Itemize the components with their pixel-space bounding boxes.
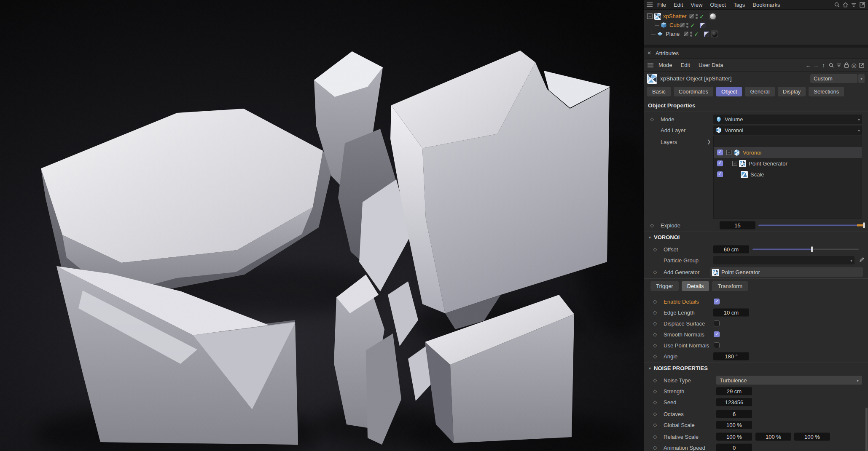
forward-arrow-icon[interactable]: →: [813, 62, 819, 68]
tree-row-scale[interactable]: Scale: [714, 169, 862, 180]
pick-object-pen-icon[interactable]: [859, 257, 865, 264]
phong-tag-icon[interactable]: [704, 31, 709, 37]
hamburger-menu-icon[interactable]: [646, 2, 653, 8]
phong-tag-icon[interactable]: [700, 22, 706, 28]
keyframe-diamond-icon[interactable]: ◇: [653, 399, 657, 405]
keyframe-diamond-icon[interactable]: ◇: [653, 434, 657, 440]
tab-display[interactable]: Display: [778, 87, 806, 96]
keyframe-diamond-icon[interactable]: ◇: [653, 353, 657, 359]
smooth-normals-checkbox[interactable]: [714, 331, 720, 337]
animation-speed-value-field[interactable]: 0: [716, 444, 752, 451]
expand-collapse-icon[interactable]: –: [726, 150, 731, 155]
tab-coordinates[interactable]: Coordinates: [674, 87, 713, 96]
add-generator-field[interactable]: Point Generator: [710, 267, 863, 277]
enabled-check-icon[interactable]: ✓: [690, 22, 695, 28]
lock-icon[interactable]: [843, 62, 849, 68]
mode-dropdown[interactable]: Volume ▾: [713, 115, 862, 124]
slider-track[interactable]: [752, 249, 811, 250]
tree-row-point-generator[interactable]: – Point Generator: [714, 158, 862, 169]
attr-menu-user-data[interactable]: User Data: [694, 62, 728, 68]
octaves-value-field[interactable]: 6: [716, 410, 752, 418]
target-icon[interactable]: ◎: [851, 62, 857, 68]
explode-value-field[interactable]: 15: [720, 221, 755, 230]
tab-general[interactable]: General: [745, 87, 774, 96]
object-name[interactable]: Plane: [666, 31, 680, 37]
subtab-transform[interactable]: Transform: [712, 281, 748, 291]
search-icon[interactable]: [828, 62, 834, 68]
layer-chip-icon[interactable]: [680, 23, 685, 27]
preset-dropdown-arrow-icon[interactable]: ▾: [858, 74, 865, 83]
layers-expand-icon[interactable]: ❯: [707, 139, 711, 144]
use-point-normals-checkbox[interactable]: [714, 342, 720, 348]
filter-icon[interactable]: [851, 2, 857, 8]
close-icon[interactable]: ✕: [647, 50, 651, 56]
section-header-noise-properties[interactable]: ▾ NOISE PROPERTIES: [644, 363, 868, 373]
edge-length-value-field[interactable]: 10 cm: [713, 309, 749, 317]
expand-collapse-icon[interactable]: –: [732, 161, 737, 166]
slider-handle[interactable]: [863, 223, 865, 228]
subtab-details[interactable]: Details: [682, 281, 709, 291]
keyframe-diamond-icon[interactable]: ◇: [653, 377, 657, 383]
new-window-icon[interactable]: [859, 2, 865, 8]
displace-surface-checkbox[interactable]: [714, 320, 720, 326]
slider-track[interactable]: [758, 225, 865, 226]
tree-row-voronoi[interactable]: – Voronoi: [714, 147, 862, 158]
object-row-cube[interactable]: Cube ✓: [644, 21, 868, 29]
object-row-plane[interactable]: Plane ✓: [644, 29, 868, 38]
layer-name[interactable]: Point Generator: [749, 160, 787, 167]
keyframe-diamond-icon[interactable]: ◇: [653, 320, 657, 326]
keyframe-diamond-icon[interactable]: ◇: [653, 331, 657, 337]
up-arrow-icon[interactable]: ↑: [820, 62, 827, 68]
object-name[interactable]: xpShatter: [663, 13, 687, 19]
explode-slider[interactable]: [758, 223, 865, 228]
angle-value-field[interactable]: 180 °: [713, 352, 749, 360]
back-arrow-icon[interactable]: ←: [805, 62, 812, 68]
tab-basic[interactable]: Basic: [647, 87, 671, 96]
new-window-icon[interactable]: [858, 62, 865, 68]
layer-name[interactable]: Scale: [750, 171, 764, 178]
expand-collapse-icon[interactable]: –: [647, 13, 653, 19]
slider-handle[interactable]: [811, 247, 813, 252]
layer-chip-icon[interactable]: [689, 14, 694, 19]
material-tag-white[interactable]: [709, 13, 716, 20]
noise-type-dropdown[interactable]: Turbulence ▾: [716, 376, 862, 385]
menu-tags[interactable]: Tags: [730, 2, 749, 8]
menu-edit[interactable]: Edit: [670, 2, 687, 8]
layer-name[interactable]: Voronoi: [743, 149, 761, 156]
keyframe-diamond-icon[interactable]: ◇: [653, 269, 657, 275]
enable-details-checkbox[interactable]: [714, 299, 720, 304]
keyframe-diamond-icon[interactable]: ◇: [653, 246, 657, 252]
layer-checkbox[interactable]: [717, 160, 723, 166]
relative-scale-x-field[interactable]: 100 %: [716, 433, 752, 441]
strength-value-field[interactable]: 29 cm: [716, 387, 752, 395]
menu-file[interactable]: File: [653, 2, 670, 8]
offset-value-field[interactable]: 60 cm: [713, 246, 749, 254]
menu-bookmarks[interactable]: Bookmarks: [749, 2, 784, 8]
relative-scale-z-field[interactable]: 100 %: [794, 433, 830, 441]
particle-group-field[interactable]: ▾: [713, 256, 855, 264]
home-icon[interactable]: [842, 2, 849, 8]
object-row-xpshatter[interactable]: – xpShatter ✓: [644, 12, 868, 21]
filter-icon[interactable]: [836, 62, 842, 68]
keyframe-diamond-icon[interactable]: ◇: [653, 388, 657, 394]
keyframe-diamond-icon[interactable]: ◇: [653, 342, 657, 348]
scrollbar-thumb[interactable]: [865, 408, 868, 451]
menu-object[interactable]: Object: [706, 2, 730, 8]
add-layer-dropdown[interactable]: Voronoi ▾: [713, 125, 862, 135]
subtab-trigger[interactable]: Trigger: [650, 281, 679, 291]
keyframe-diamond-icon[interactable]: ◇: [653, 411, 657, 417]
offset-slider[interactable]: [752, 247, 859, 252]
keyframe-diamond-icon[interactable]: ◇: [650, 116, 654, 122]
layer-checkbox[interactable]: [717, 171, 723, 177]
enabled-check-icon[interactable]: ✓: [694, 31, 699, 37]
menu-view[interactable]: View: [687, 2, 706, 8]
keyframe-diamond-icon[interactable]: ◇: [653, 310, 657, 315]
layer-checkbox[interactable]: [717, 149, 723, 155]
slider-track-rest[interactable]: [811, 249, 859, 250]
seed-value-field[interactable]: 123456: [716, 398, 752, 406]
keyframe-diamond-icon[interactable]: ◇: [653, 445, 657, 451]
global-scale-value-field[interactable]: 100 %: [716, 421, 752, 429]
tab-object[interactable]: Object: [716, 87, 742, 96]
keyframe-diamond-icon[interactable]: ◇: [650, 222, 654, 228]
attr-menu-edit[interactable]: Edit: [677, 62, 694, 68]
